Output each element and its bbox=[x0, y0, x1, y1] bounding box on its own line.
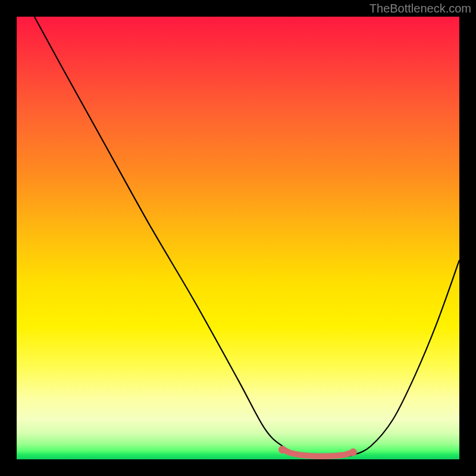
flat-region-endpoint bbox=[278, 446, 286, 453]
watermark-text: TheBottleneck.com bbox=[369, 2, 471, 15]
flat-region-markers bbox=[278, 446, 357, 456]
flat-region-endpoint bbox=[349, 449, 357, 456]
chart-plot-area bbox=[17, 17, 459, 459]
bottleneck-curve-line bbox=[35, 17, 459, 458]
bottleneck-curve-svg bbox=[17, 17, 459, 459]
flat-region-line bbox=[282, 450, 353, 456]
